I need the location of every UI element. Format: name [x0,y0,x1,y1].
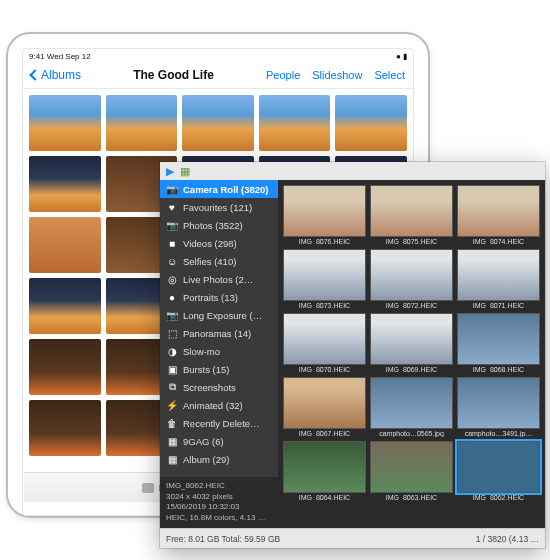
sidebar-item[interactable]: 🗑Recently Delete… [160,414,278,432]
file-info-panel: IMG_8062.HEIC 3024 x 4032 pixels 15/06/2… [160,477,278,528]
photo-thumb[interactable] [29,156,101,212]
sidebar-item[interactable]: ●Portraits (13) [160,288,278,306]
photo-thumb[interactable] [29,95,101,151]
thumb-cell[interactable]: IMG_8064.HEIC [283,441,366,501]
thumb-image [457,249,540,301]
sidebar-item-label: Panoramas (14) [183,328,251,339]
chevron-left-icon [29,69,40,80]
thumb-cell[interactable]: IMG_8062.HEIC [457,441,540,501]
thumb-image [457,185,540,237]
info-dims: 3024 x 4032 pixels [166,492,272,503]
sidebar-item[interactable]: ▦9GAG (6) [160,432,278,450]
album-icon: 📷 [166,183,178,195]
thumb-filename: IMG_8069.HEIC [370,366,453,373]
sidebar-item[interactable]: ⚡Animated (32) [160,396,278,414]
thumb-cell[interactable]: IMG_8068.HEIC [457,313,540,373]
thumb-cell[interactable]: IMG_8067.HEIC [283,377,366,437]
sidebar-item-label: Slow-mo [183,346,220,357]
info-filename: IMG_8062.HEIC [166,481,272,492]
sidebar-item-label: Bursts (15) [183,364,229,375]
thumb-filename: IMG_8063.HEIC [370,494,453,501]
photo-thumb[interactable] [106,95,178,151]
window-tabs: ▶ ▦ [160,162,545,180]
album-icon: ◎ [166,273,178,285]
sidebar-item[interactable]: 📷Photos (3522) [160,216,278,234]
nav-bar: Albums The Good Life People Slideshow Se… [23,64,413,89]
status-time: 9:41 Wed Sep 12 [29,52,91,61]
sidebar-item[interactable]: ▦Album (29) [160,450,278,468]
media-tab-icon[interactable]: ▶ [166,165,174,178]
sidebar-item-label: Camera Roll (3820) [183,184,269,195]
sidebar-item[interactable]: ⬚Panoramas (14) [160,324,278,342]
photo-thumb[interactable] [29,278,101,334]
photo-thumb[interactable] [182,95,254,151]
sidebar-item[interactable]: ☺Selfies (410) [160,252,278,270]
album-icon: 📷 [166,219,178,231]
thumb-filename: IMG_8076.HEIC [283,238,366,245]
info-date: 15/06/2019 10:32:03 [166,502,272,513]
thumb-filename: IMG_8068.HEIC [457,366,540,373]
back-label: Albums [41,68,81,82]
thumb-filename: IMG_8075.HEIC [370,238,453,245]
album-icon: 📷 [166,309,178,321]
album-icon: ⚡ [166,399,178,411]
thumb-cell[interactable]: IMG_8069.HEIC [370,313,453,373]
nav-right: People Slideshow Select [266,69,405,81]
sidebar-item[interactable]: ◎Live Photos (2… [160,270,278,288]
thumb-filename: camphoto…3491.jp… [457,430,540,437]
thumb-image [283,313,366,365]
thumb-cell[interactable]: IMG_8072.HEIC [370,249,453,309]
album-icon: ☺ [166,255,178,267]
thumb-filename: IMG_8071.HEIC [457,302,540,309]
thumb-filename: IMG_8074.HEIC [457,238,540,245]
photo-thumb[interactable] [29,217,101,273]
thumb-filename: IMG_8062.HEIC [457,494,540,501]
sidebar-item[interactable]: ▣Bursts (15) [160,360,278,378]
nav-people[interactable]: People [266,69,300,81]
images-tab-icon[interactable]: ▦ [180,165,190,178]
album-icon: ● [166,291,178,303]
album-icon: ▦ [166,435,178,447]
thumb-cell[interactable]: camphoto…0565.jpg [370,377,453,437]
photo-thumb[interactable] [29,339,101,395]
album-icon: ◑ [166,345,178,357]
album-icon: 🗑 [166,417,178,429]
thumb-cell[interactable]: IMG_8075.HEIC [370,185,453,245]
album-icon: ⧉ [166,381,178,393]
thumb-cell[interactable]: IMG_8070.HEIC [283,313,366,373]
thumb-image [283,377,366,429]
sidebar-item[interactable]: ♥Favourites (121) [160,198,278,216]
sidebar-item-label: 9GAG (6) [183,436,224,447]
thumb-image [283,185,366,237]
sidebar: 📷Camera Roll (3820)♥Favourites (121)📷Pho… [160,180,278,528]
thumb-cell[interactable]: IMG_8063.HEIC [370,441,453,501]
thumb-cell[interactable]: IMG_8071.HEIC [457,249,540,309]
thumb-filename: IMG_8073.HEIC [283,302,366,309]
photo-thumb[interactable] [259,95,331,151]
album-icon: ♥ [166,201,178,213]
sidebar-item-label: Photos (3522) [183,220,243,231]
thumb-image [283,441,366,493]
status-selection: 1 / 3820 (4.13 … [476,534,539,544]
thumb-cell[interactable]: camphoto…3491.jp… [457,377,540,437]
sidebar-item[interactable]: 📷Camera Roll (3820) [160,180,278,198]
sidebar-item[interactable]: ⧉Screenshots [160,378,278,396]
thumb-cell[interactable]: IMG_8076.HEIC [283,185,366,245]
sidebar-item[interactable]: 📷Long Exposure (… [160,306,278,324]
sidebar-item[interactable]: ◑Slow-mo [160,342,278,360]
photo-thumb[interactable] [29,400,101,456]
nav-slideshow[interactable]: Slideshow [312,69,362,81]
status-storage: Free: 8.01 GB Total: 59.59 GB [166,534,280,544]
sidebar-item-label: Animated (32) [183,400,243,411]
thumb-cell[interactable]: IMG_8073.HEIC [283,249,366,309]
status-bar: 9:41 Wed Sep 12 ● ▮ [23,49,413,64]
photo-thumb[interactable] [335,95,407,151]
album-icon: ▣ [166,363,178,375]
thumb-image [457,313,540,365]
thumb-cell[interactable]: IMG_8074.HEIC [457,185,540,245]
album-icon: ■ [166,237,178,249]
sidebar-item[interactable]: ■Videos (298) [160,234,278,252]
back-button[interactable]: Albums [31,68,81,82]
nav-select[interactable]: Select [374,69,405,81]
thumb-filename: IMG_8064.HEIC [283,494,366,501]
